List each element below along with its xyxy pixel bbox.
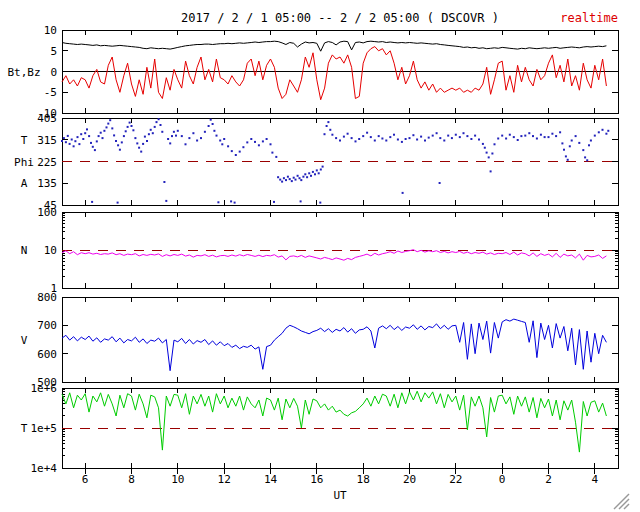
- phi-point: [291, 180, 293, 182]
- phi-point: [204, 131, 206, 133]
- phi-point: [561, 142, 563, 144]
- phi-point: [161, 131, 163, 133]
- phi-point: [91, 201, 93, 203]
- phi-point: [306, 176, 308, 178]
- phi-point: [310, 175, 312, 177]
- phi-point: [273, 201, 275, 203]
- x-tick-label: 6: [82, 473, 89, 486]
- phi-point: [447, 135, 449, 137]
- phi-point: [567, 159, 569, 161]
- x-tick-label: 18: [357, 473, 370, 486]
- phi-point: [605, 133, 607, 135]
- x-tick-label: 10: [171, 473, 184, 486]
- phi-point: [111, 127, 113, 129]
- phi-point: [94, 149, 96, 151]
- phi-point: [169, 142, 171, 144]
- resize-grip-icon[interactable]: [614, 494, 629, 509]
- phi-point: [140, 151, 142, 153]
- phi-point: [598, 131, 600, 133]
- phi-point: [217, 201, 219, 203]
- phi-point: [230, 200, 232, 202]
- y-tick-label: 10: [44, 24, 57, 37]
- x-tick-label: 8: [128, 473, 135, 486]
- phi-point: [212, 123, 214, 125]
- n-line: [62, 250, 606, 261]
- phi-point: [501, 135, 503, 137]
- phi-point: [304, 173, 306, 175]
- phi-point: [584, 156, 586, 158]
- y-tick-label: 10: [44, 244, 57, 257]
- phi-point: [100, 132, 102, 134]
- panel-ylabel: V: [21, 334, 28, 347]
- phi-point: [163, 181, 165, 183]
- panel-temperature: 1e+61e+51e+4T: [21, 382, 618, 475]
- phi-point: [223, 138, 225, 140]
- panel-ylabel: T: [21, 134, 28, 147]
- phi-point: [289, 178, 291, 180]
- phi-point: [393, 134, 395, 136]
- phi-point: [474, 135, 476, 137]
- y-tick-label: 100: [37, 206, 57, 219]
- y-tick-label: 1e+6: [31, 382, 58, 395]
- phi-point: [160, 124, 162, 126]
- phi-point: [488, 156, 490, 158]
- phi-point: [281, 181, 283, 183]
- phi-point: [173, 131, 175, 133]
- y-tick-label: 1e+5: [31, 422, 58, 435]
- phi-point: [106, 126, 108, 128]
- phi-point: [235, 154, 237, 156]
- phi-point: [343, 136, 345, 138]
- y-tick-label: 0: [50, 66, 57, 79]
- phi-point: [213, 130, 215, 132]
- panel-ylabel: Phi: [14, 156, 34, 169]
- phi-point: [167, 138, 169, 140]
- phi-point: [412, 134, 414, 136]
- x-tick-label: 4: [592, 473, 599, 486]
- y-tick-label: 135: [37, 177, 57, 190]
- phi-point: [439, 182, 441, 184]
- phi-point: [299, 177, 301, 179]
- phi-point: [582, 149, 584, 151]
- v-line: [62, 319, 606, 371]
- phi-point: [517, 139, 519, 141]
- phi-point: [420, 136, 422, 138]
- phi-point: [513, 136, 515, 138]
- phi-point: [271, 152, 273, 154]
- panel-imf: 1050-5-10Bt,Bz: [7, 24, 618, 120]
- panel-ylabel: N: [21, 244, 28, 257]
- y-tick-label: -5: [44, 86, 57, 99]
- solar-wind-chart: 2017 / 2 / 1 05:00 -- 2 / 2 05:00 ( DSCO…: [0, 0, 640, 512]
- panel-speed: 800700600500V: [21, 291, 618, 389]
- phi-point: [67, 135, 69, 137]
- phi-point: [362, 135, 364, 137]
- phi-point: [250, 138, 252, 140]
- phi-point: [358, 138, 360, 140]
- phi-point: [121, 141, 123, 143]
- phi-point: [262, 140, 264, 142]
- phi-point: [602, 129, 604, 131]
- phi-point: [327, 121, 329, 123]
- phi-point: [505, 138, 507, 140]
- phi-point: [347, 133, 349, 135]
- phi-point: [470, 138, 472, 140]
- phi-point: [192, 132, 194, 134]
- phi-point: [540, 134, 542, 136]
- phi-point: [318, 172, 320, 174]
- phi-point: [366, 132, 368, 134]
- phi-point: [548, 136, 550, 138]
- phi-point: [335, 137, 337, 139]
- y-tick-label: 225: [37, 156, 57, 169]
- phi-point: [428, 137, 430, 139]
- phi-point: [322, 166, 324, 168]
- phi-point: [127, 126, 129, 128]
- phi-point: [563, 149, 565, 151]
- phi-point: [586, 159, 588, 161]
- phi-point: [78, 143, 80, 145]
- phi-point: [196, 140, 198, 142]
- phi-point: [158, 118, 160, 120]
- phi-point: [200, 137, 202, 139]
- y-tick-label: 315: [37, 134, 57, 147]
- phi-point: [314, 173, 316, 175]
- phi-point: [221, 143, 223, 145]
- phi-point: [73, 145, 75, 147]
